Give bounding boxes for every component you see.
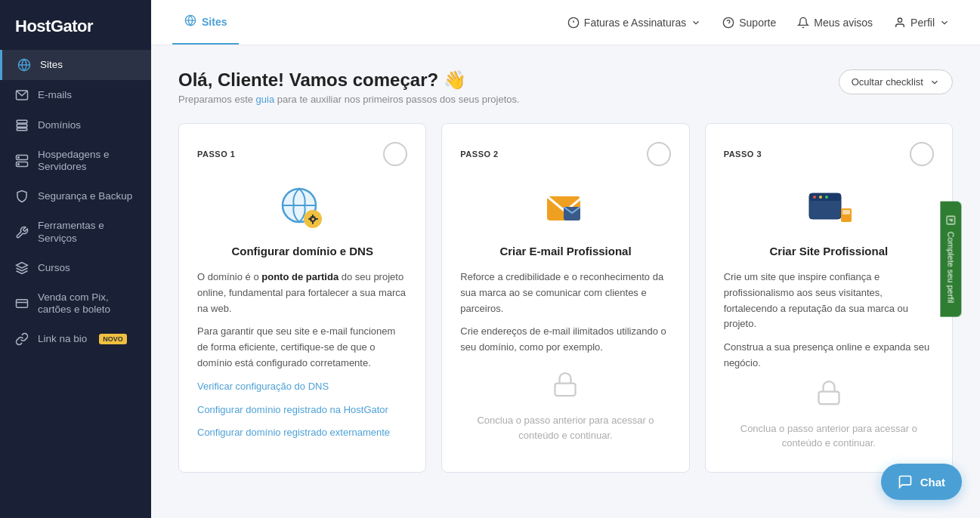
topnav-support-label: Suporte — [739, 17, 776, 29]
email-icon — [15, 88, 29, 102]
tools-icon — [15, 226, 29, 239]
sidebar-item-pix[interactable]: Venda com Pix, cartões e boleto — [0, 283, 151, 324]
domain-icon — [15, 119, 29, 132]
svg-rect-11 — [17, 300, 28, 308]
step2-header: PASSO 2 — [460, 142, 670, 166]
topnav-sites-label: Sites — [202, 16, 227, 28]
page-subtitle: Preparamos este guia para te auxiliar no… — [178, 94, 520, 105]
sidebar-item-linknabio[interactable]: Link na bio NOVO — [0, 324, 151, 354]
svg-point-9 — [18, 164, 20, 165]
topnav-notifications[interactable]: Meus avisos — [788, 0, 882, 45]
sidebar-item-sites-label: Sites — [40, 59, 63, 71]
sidebar-item-security[interactable]: Segurança e Backup — [0, 181, 151, 211]
topnav-support[interactable]: Suporte — [713, 0, 785, 45]
step1-header: PASSO 1 — [197, 142, 407, 166]
chat-label: Chat — [920, 476, 945, 489]
svg-rect-27 — [555, 384, 576, 396]
profile-tab-label: Complete seu perfil — [947, 232, 956, 304]
step1-body: O domínio é o ponto de partida do seu pr… — [197, 270, 407, 449]
step1-title: Configurar domínio e DNS — [197, 245, 407, 257]
topnav-billing[interactable]: Faturas e Assinaturas — [558, 0, 710, 45]
topnav-profile[interactable]: Perfil — [885, 0, 959, 45]
topnav-globe-icon — [184, 14, 196, 29]
top-navigation: Sites Faturas e Assinaturas Suporte Meus… — [151, 0, 980, 45]
svg-rect-35 — [818, 391, 839, 404]
sidebar-item-domains[interactable]: Domínios — [0, 110, 151, 140]
sidebar-item-hosting[interactable]: Hospedagens e Servidores — [0, 140, 151, 181]
courses-icon — [15, 261, 29, 275]
step1-label: PASSO 1 — [197, 150, 235, 159]
step2-label: PASSO 2 — [460, 150, 498, 159]
step3-body: Crie um site que inspire confiança e pro… — [724, 270, 934, 379]
svg-point-32 — [825, 196, 828, 199]
sidebar-item-domains-label: Domínios — [38, 119, 81, 131]
page-title: Olá, Cliente! Vamos começar? 👋 — [178, 69, 520, 91]
step2-locked: Conclua o passo anterior para acessar o … — [460, 363, 670, 451]
step3-locked-text: Conclua o passo anterior para acessar o … — [724, 421, 934, 451]
svg-rect-4 — [17, 125, 27, 128]
step2-body: Reforce a credibilidade e o reconhecimen… — [460, 270, 670, 363]
step3-icon — [724, 184, 934, 233]
step2-circle[interactable] — [647, 142, 671, 166]
step2-icon — [460, 184, 670, 233]
step-card-1: PASSO 1 Configurar domínio e DNS — [178, 123, 426, 473]
svg-point-30 — [813, 196, 816, 199]
svg-rect-34 — [842, 210, 850, 214]
step1-link1[interactable]: Verificar configuração do DNS — [197, 381, 329, 392]
shield-icon — [15, 190, 29, 203]
topnav-sites[interactable]: Sites — [172, 0, 239, 45]
svg-point-20 — [898, 18, 901, 22]
chat-button[interactable]: Chat — [881, 464, 962, 500]
sidebar-item-tools[interactable]: Ferramentas e Serviços — [0, 211, 151, 252]
step-card-3: PASSO 3 Criar Site Profissiona — [705, 123, 953, 473]
svg-point-8 — [18, 157, 20, 159]
svg-rect-3 — [17, 120, 27, 123]
pix-icon — [15, 297, 29, 310]
sidebar-item-tools-label: Ferramentas e Serviços — [38, 220, 136, 244]
globe-icon — [17, 58, 31, 72]
guide-link[interactable]: guia — [256, 94, 275, 105]
svg-point-31 — [819, 196, 822, 199]
svg-marker-10 — [17, 262, 28, 268]
main-content: Sites Faturas e Assinaturas Suporte Meus… — [151, 0, 980, 518]
sidebar-item-security-label: Segurança e Backup — [38, 190, 132, 202]
hide-checklist-button[interactable]: Ocultar checklist — [839, 69, 953, 94]
sidebar-item-pix-label: Venda com Pix, cartões e boleto — [38, 291, 136, 316]
step3-title: Criar Site Profissional — [724, 245, 934, 257]
greeting-section: Olá, Cliente! Vamos começar? 👋 Preparamo… — [178, 69, 520, 105]
topnav-billing-label: Faturas e Assinaturas — [584, 17, 686, 29]
topnav-profile-label: Perfil — [910, 17, 935, 29]
page-content: Olá, Cliente! Vamos começar? 👋 Preparamo… — [151, 45, 980, 518]
sidebar-item-emails-label: E-mails — [38, 89, 72, 101]
profile-tab[interactable]: Complete seu perfil — [941, 202, 962, 317]
step1-circle[interactable] — [383, 142, 407, 166]
sidebar-item-hosting-label: Hospedagens e Servidores — [38, 149, 136, 173]
server-icon — [15, 154, 29, 168]
sidebar-item-linknabio-label: Link na bio — [38, 333, 87, 345]
sidebar: HostGator Sites E-mails Domínios Hospeda… — [0, 0, 151, 518]
step3-circle[interactable] — [910, 142, 934, 166]
link-icon — [15, 332, 29, 346]
step2-locked-text: Conclua o passo anterior para acessar o … — [460, 413, 670, 442]
step1-link3[interactable]: Configurar domínio registrado externamen… — [197, 427, 390, 438]
sidebar-item-courses-label: Cursos — [38, 262, 70, 274]
sidebar-item-emails[interactable]: E-mails — [0, 80, 151, 110]
step1-link2[interactable]: Configurar domínio registrado na HostGat… — [197, 404, 388, 415]
step-card-2: PASSO 2 Criar E-mail Profissional Reforc… — [441, 123, 689, 473]
lock3-icon — [815, 379, 842, 412]
step1-icon — [197, 184, 407, 233]
svg-rect-5 — [17, 128, 27, 131]
hide-checklist-label: Ocultar checklist — [852, 76, 923, 88]
sidebar-item-courses[interactable]: Cursos — [0, 253, 151, 283]
step2-title: Criar E-mail Profissional — [460, 245, 670, 257]
page-header: Olá, Cliente! Vamos começar? 👋 Preparamo… — [178, 69, 953, 105]
logo: HostGator — [0, 0, 151, 50]
step3-header: PASSO 3 — [724, 142, 934, 166]
steps-grid: PASSO 1 Configurar domínio e DNS — [178, 123, 953, 473]
step3-locked: Conclua o passo anterior para acessar o … — [724, 379, 934, 451]
sidebar-item-sites[interactable]: Sites — [0, 50, 151, 80]
svg-point-23 — [304, 210, 322, 228]
topnav-notifications-label: Meus avisos — [814, 17, 873, 29]
topnav-right: Faturas e Assinaturas Suporte Meus aviso… — [558, 0, 959, 45]
step3-label: PASSO 3 — [724, 150, 762, 159]
